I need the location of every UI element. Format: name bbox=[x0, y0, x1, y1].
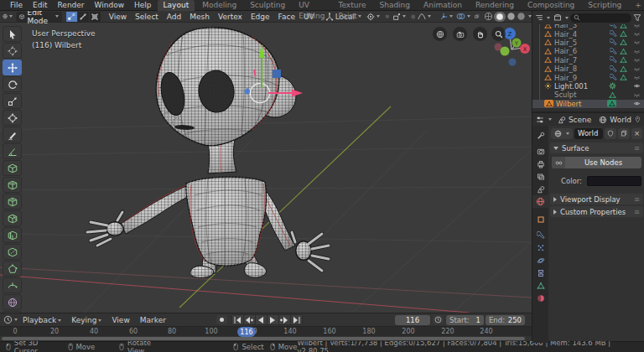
timeline-ruler[interactable]: 0 20 40 60 80 100 120 140 160 180 200 22… bbox=[0, 326, 532, 336]
hide-toggle-closed[interactable] bbox=[633, 74, 641, 81]
modifier-icon[interactable] bbox=[610, 56, 617, 64]
outliner-filter-button[interactable] bbox=[633, 13, 641, 22]
breadcrumb-scene[interactable]: Scene bbox=[569, 116, 591, 124]
menu-edge[interactable]: Edge bbox=[247, 13, 274, 21]
mesh-data-icon[interactable] bbox=[609, 101, 615, 107]
menu-window[interactable]: Window bbox=[90, 1, 130, 9]
outliner-item-light001[interactable]: Light.001 bbox=[532, 82, 644, 91]
outliner-item-hair8[interactable]: Hair_8 bbox=[532, 65, 644, 73]
modifier-icon[interactable] bbox=[610, 65, 617, 73]
proportional-editing-toggle[interactable] bbox=[411, 13, 416, 21]
hide-toggle-closed[interactable] bbox=[633, 48, 641, 55]
unlink-world-button[interactable]: × bbox=[631, 128, 642, 139]
shading-rendered-button[interactable] bbox=[517, 12, 526, 21]
jump-to-start-button[interactable] bbox=[232, 315, 243, 324]
modifier-icon[interactable] bbox=[610, 30, 617, 38]
custom-properties-panel-header[interactable]: Custom Properties ≡ bbox=[550, 206, 643, 217]
menu-edit[interactable]: Edit bbox=[28, 1, 52, 9]
play-reverse-button[interactable] bbox=[256, 315, 267, 324]
snap-toggle[interactable] bbox=[385, 13, 390, 21]
menu-tl-marker[interactable]: Marker bbox=[135, 316, 171, 324]
workspace-tab-shading[interactable]: Shading bbox=[373, 0, 416, 11]
select-mode-edge[interactable] bbox=[78, 12, 89, 22]
tab-particles[interactable] bbox=[532, 241, 548, 254]
menu-vertex[interactable]: Vertex bbox=[214, 13, 247, 21]
overlays-dropdown[interactable] bbox=[456, 12, 470, 21]
tab-world[interactable] bbox=[532, 195, 548, 208]
outliner-item-hair4[interactable]: Hair_4 bbox=[532, 29, 644, 38]
tab-output[interactable] bbox=[532, 158, 548, 170]
workspace-tab-layout[interactable]: Layout bbox=[158, 0, 195, 11]
nav-axis-minus-y[interactable] bbox=[501, 47, 510, 56]
tool-rotate[interactable] bbox=[3, 76, 22, 92]
workspace-tab-rendering[interactable]: Rendering bbox=[470, 0, 520, 11]
modifier-icon[interactable] bbox=[610, 48, 617, 55]
workspace-tab-texture-paint[interactable]: Texture Paint bbox=[333, 0, 372, 11]
menu-face[interactable]: Face bbox=[274, 13, 299, 21]
world-name-field[interactable]: World bbox=[574, 128, 603, 139]
pin-icon[interactable] bbox=[634, 116, 641, 123]
prev-keyframe-button[interactable] bbox=[244, 315, 255, 324]
tool-bevel[interactable] bbox=[3, 210, 22, 226]
mesh-data-icon[interactable] bbox=[609, 91, 616, 99]
hide-toggle-closed[interactable] bbox=[633, 65, 641, 73]
menu-add[interactable]: Add bbox=[163, 13, 185, 21]
outliner-item-hair5[interactable]: Hair_5 bbox=[532, 39, 644, 47]
tool-scale[interactable] bbox=[3, 93, 22, 109]
modifier-icon[interactable] bbox=[610, 24, 617, 29]
mesh-data-icon[interactable] bbox=[620, 65, 627, 73]
jump-to-end-button[interactable] bbox=[291, 315, 302, 324]
shading-wireframe-button[interactable] bbox=[484, 12, 493, 21]
select-mode-vertex[interactable] bbox=[66, 12, 77, 22]
current-frame-field[interactable]: 116 bbox=[395, 315, 430, 325]
mesh-data-icon[interactable] bbox=[620, 30, 627, 38]
tool-measure[interactable] bbox=[3, 143, 22, 159]
hide-toggle-closed[interactable] bbox=[633, 39, 641, 46]
menu-file[interactable]: File bbox=[5, 1, 28, 9]
hide-toggle-closed[interactable] bbox=[633, 24, 641, 29]
falloff-dropdown[interactable] bbox=[418, 13, 431, 21]
mesh-data-icon[interactable] bbox=[620, 39, 627, 46]
select-mode-face[interactable] bbox=[90, 12, 101, 22]
tab-constraints[interactable] bbox=[532, 267, 548, 279]
end-frame-field[interactable]: End:250 bbox=[486, 315, 525, 325]
tool-extrude[interactable] bbox=[3, 177, 22, 193]
outliner-item-wilbert[interactable]: Wilbert bbox=[532, 100, 644, 108]
shading-solid-button[interactable] bbox=[494, 12, 506, 22]
color-swatch[interactable] bbox=[587, 176, 641, 186]
tool-knife[interactable] bbox=[3, 244, 22, 260]
shading-material-button[interactable] bbox=[506, 12, 516, 21]
properties-editor-type-button[interactable] bbox=[536, 116, 544, 124]
tab-tool[interactable] bbox=[532, 129, 548, 142]
add-workspace-button[interactable]: + bbox=[629, 0, 644, 11]
tab-view-layer[interactable] bbox=[532, 170, 548, 183]
timeline-editor-type-button[interactable] bbox=[3, 315, 13, 324]
tab-modifiers[interactable] bbox=[532, 229, 548, 241]
modifier-icon[interactable] bbox=[610, 39, 617, 46]
tab-object[interactable] bbox=[532, 213, 548, 225]
tool-move[interactable] bbox=[3, 60, 22, 75]
gizmo-plane-handle[interactable] bbox=[273, 70, 281, 78]
play-button[interactable] bbox=[267, 315, 278, 324]
tool-select-box[interactable] bbox=[3, 26, 22, 42]
mode-dropdown[interactable]: Edit Mode bbox=[16, 12, 62, 22]
hide-toggle-open[interactable] bbox=[633, 100, 641, 107]
use-nodes-button[interactable]: Use Nodes bbox=[552, 157, 641, 168]
tab-material[interactable] bbox=[532, 292, 548, 304]
menu-keying[interactable]: Keying bbox=[66, 316, 106, 324]
tab-render[interactable] bbox=[532, 145, 548, 158]
mesh-data-icon[interactable] bbox=[620, 48, 627, 55]
tool-smooth[interactable] bbox=[3, 294, 22, 310]
mesh-data-icon[interactable] bbox=[620, 56, 627, 64]
workspace-tab-animation[interactable]: Animation bbox=[418, 0, 468, 11]
breadcrumb-world[interactable]: World bbox=[610, 116, 631, 124]
pan-view-button[interactable] bbox=[473, 27, 487, 41]
xray-toggle[interactable] bbox=[475, 13, 480, 21]
world-browse-button[interactable] bbox=[551, 128, 573, 139]
outliner-display-mode-button[interactable] bbox=[535, 13, 543, 22]
snap-target-dropdown[interactable] bbox=[392, 13, 406, 21]
viewport-display-panel-header[interactable]: Viewport Display ≡ bbox=[550, 194, 643, 204]
outliner-collection-icon[interactable] bbox=[553, 13, 562, 22]
character-mesh[interactable] bbox=[87, 28, 329, 278]
menu-view[interactable]: View bbox=[105, 13, 131, 21]
